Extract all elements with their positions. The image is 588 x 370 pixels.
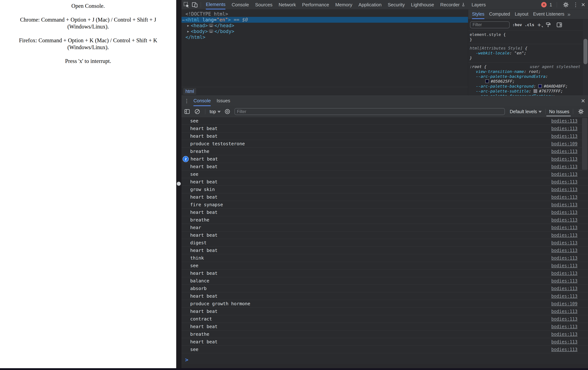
css-line[interactable]: --arc-palette-background: #0A0D4BFF; bbox=[470, 84, 582, 89]
styles-filter-input[interactable] bbox=[470, 21, 510, 28]
source-location-link[interactable]: bodies:113 bbox=[551, 294, 578, 299]
console-settings-gear-icon[interactable] bbox=[577, 107, 585, 116]
console-log-row[interactable]: heart beatbodies:113 bbox=[181, 269, 588, 277]
console-log-row[interactable]: absorbbodies:113 bbox=[181, 285, 588, 292]
console-log-row[interactable]: contractbodies:113 bbox=[181, 315, 588, 323]
css-line[interactable]: --arc-palette-backgroundExtra: bbox=[470, 74, 582, 79]
console-log-row[interactable]: heart beatbodies:113 bbox=[181, 193, 588, 201]
horizontal-scrollbar-thumb[interactable] bbox=[546, 115, 571, 116]
dom-node[interactable]: <!DOCTYPE html> bbox=[181, 11, 468, 17]
issues-counter[interactable]: No Issues bbox=[549, 109, 569, 114]
source-location-link[interactable]: bodies:113 bbox=[551, 240, 578, 245]
error-count[interactable]: 1 bbox=[549, 2, 552, 7]
source-location-link[interactable]: bodies:109 bbox=[551, 141, 578, 146]
css-color-swatch[interactable] bbox=[485, 79, 489, 83]
source-location-link[interactable]: bodies:113 bbox=[551, 332, 578, 337]
console-scrollbar-thumb[interactable] bbox=[582, 118, 588, 170]
console-log-row[interactable]: heart beatbodies:113 bbox=[181, 231, 588, 239]
styles-tab-layout[interactable]: Layout bbox=[515, 10, 528, 19]
console-input-area[interactable] bbox=[181, 364, 588, 368]
console-log-row[interactable]: seebodies:113 bbox=[181, 117, 588, 125]
css-line[interactable]: element.style { bbox=[470, 32, 582, 37]
source-location-link[interactable]: bodies:113 bbox=[551, 339, 578, 344]
console-log-row[interactable]: produce growth hormonebodies:109 bbox=[181, 300, 588, 308]
console-log-row[interactable]: heart beatbodies:113 bbox=[181, 125, 588, 132]
dom-node[interactable]: ▶<head>…</head> bbox=[181, 23, 468, 29]
styles-tab-computed[interactable]: Computed bbox=[489, 10, 510, 19]
console-log-row[interactable]: seebodies:113 bbox=[181, 171, 588, 178]
source-location-link[interactable]: bodies:113 bbox=[551, 317, 578, 322]
console-log-row[interactable]: 2heart beatbodies:113 bbox=[181, 155, 588, 163]
console-log-row[interactable]: grow skinbodies:113 bbox=[181, 186, 588, 193]
dom-node-selected[interactable]: ⋯<html lang="en"> == $0 bbox=[181, 17, 468, 23]
new-style-rule-button[interactable]: + bbox=[537, 22, 541, 28]
source-location-link[interactable]: bodies:113 bbox=[551, 248, 578, 253]
console-sidebar-icon[interactable] bbox=[183, 107, 191, 116]
log-levels-dropdown[interactable]: Default levels bbox=[510, 109, 542, 114]
resize-handle-dot[interactable] bbox=[177, 182, 181, 186]
devtools-tab-memory[interactable]: Memory bbox=[335, 0, 352, 10]
styles-scrollbar-thumb[interactable] bbox=[583, 39, 588, 64]
toggle-hover-state-button[interactable]: :hov bbox=[512, 22, 522, 27]
device-toolbar-icon[interactable] bbox=[190, 0, 199, 9]
css-line[interactable]: #050625FF; bbox=[470, 79, 582, 84]
console-log-row[interactable]: breathebodies:113 bbox=[181, 148, 588, 155]
console-log-row[interactable]: breathebodies:113 bbox=[181, 330, 588, 338]
styles-tab-styles[interactable]: Styles bbox=[472, 10, 484, 19]
devtools-tab-network[interactable]: Network bbox=[279, 0, 296, 10]
source-location-link[interactable]: bodies:113 bbox=[551, 217, 578, 223]
breadcrumb-item-html[interactable]: html bbox=[183, 88, 196, 95]
css-line[interactable]: view-transition-name: root; bbox=[470, 69, 582, 74]
inspect-element-icon[interactable] bbox=[182, 0, 190, 9]
console-log-row[interactable]: hearbodies:113 bbox=[181, 224, 588, 231]
settings-gear-icon[interactable] bbox=[562, 0, 570, 9]
javascript-context-selector[interactable]: top bbox=[210, 109, 221, 114]
live-expression-eye-icon[interactable] bbox=[223, 107, 231, 116]
source-location-link[interactable]: bodies:113 bbox=[551, 156, 578, 162]
devtools-tab-application[interactable]: Application bbox=[358, 0, 381, 10]
css-line[interactable]: --arc-palette-foregroundTertiary: bbox=[470, 93, 582, 96]
console-tab-issues[interactable]: Issues bbox=[217, 96, 230, 106]
source-location-link[interactable]: bodies:113 bbox=[551, 195, 578, 200]
more-tabs-chevron-icon[interactable]: » bbox=[567, 11, 571, 17]
console-log-row[interactable]: breathebodies:113 bbox=[181, 216, 588, 224]
source-location-link[interactable]: bodies:113 bbox=[551, 263, 578, 268]
source-location-link[interactable]: bodies:113 bbox=[551, 210, 578, 215]
css-line[interactable]: } bbox=[470, 37, 582, 42]
console-log-row[interactable]: thinkbodies:113 bbox=[181, 254, 588, 262]
close-console-drawer-icon[interactable]: × bbox=[581, 97, 585, 105]
console-log-row[interactable]: fire synapsebodies:113 bbox=[181, 201, 588, 209]
source-location-link[interactable]: bodies:113 bbox=[551, 134, 578, 139]
source-location-link[interactable]: bodies:113 bbox=[551, 347, 578, 352]
source-location-link[interactable]: bodies:109 bbox=[551, 301, 578, 306]
console-menu-kebab-icon[interactable]: ⋮ bbox=[183, 98, 190, 104]
devtools-tab-elements[interactable]: Elements bbox=[206, 0, 225, 10]
console-log-row[interactable]: heart beatbodies:113 bbox=[181, 323, 588, 330]
console-log-row[interactable]: seebodies:113 bbox=[181, 262, 588, 269]
devtools-tab-lighthouse[interactable]: Lighthouse bbox=[411, 0, 434, 10]
console-log-row[interactable]: heart beatbodies:113 bbox=[181, 308, 588, 315]
devtools-tab-recorder[interactable]: Recorder bbox=[440, 0, 465, 10]
devtools-resize-divider[interactable] bbox=[176, 0, 181, 368]
close-devtools-icon[interactable]: × bbox=[581, 1, 585, 8]
source-location-link[interactable]: bodies:113 bbox=[551, 309, 578, 314]
styles-scrollbar-track[interactable] bbox=[583, 19, 588, 96]
source-location-link[interactable]: bodies:113 bbox=[551, 324, 578, 329]
devtools-tab-performance[interactable]: Performance bbox=[302, 0, 329, 10]
source-location-link[interactable]: bodies:113 bbox=[551, 202, 578, 207]
console-log-row[interactable]: seebodies:113 bbox=[181, 346, 588, 353]
source-location-link[interactable]: bodies:113 bbox=[551, 126, 578, 131]
paint-brush-icon[interactable] bbox=[544, 21, 552, 29]
console-log-row[interactable]: heart beatbodies:113 bbox=[181, 292, 588, 300]
toggle-class-button[interactable]: .cls bbox=[525, 22, 534, 27]
css-line[interactable]: -webkit-locale: "en"; bbox=[470, 51, 582, 55]
source-location-link[interactable]: bodies:113 bbox=[551, 271, 578, 276]
console-log-row[interactable]: heart beatbodies:113 bbox=[181, 338, 588, 346]
css-line[interactable]: --arc-palette-subtitle: #76777FFF; bbox=[470, 89, 582, 93]
console-filter-input[interactable] bbox=[234, 108, 505, 115]
source-location-link[interactable]: bodies:113 bbox=[551, 172, 578, 177]
expand-ellipsis-button[interactable]: … bbox=[209, 24, 213, 27]
console-log-row[interactable]: produce testosteronebodies:109 bbox=[181, 140, 588, 148]
console-log-row[interactable]: heart beatbodies:113 bbox=[181, 178, 588, 186]
source-location-link[interactable]: bodies:113 bbox=[551, 149, 578, 154]
